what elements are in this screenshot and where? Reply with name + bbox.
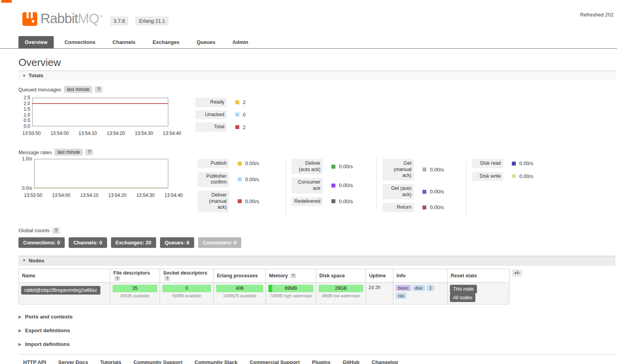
tab-overview[interactable]: Overview (18, 36, 54, 48)
y-tick-label: 1.0 (24, 112, 30, 118)
brand-text: RabbitMQ™ (40, 11, 103, 26)
message-rates-plot (34, 159, 168, 188)
collapse-arrow-icon: ▼ (22, 258, 26, 262)
legend-label: Consumer ack (291, 178, 323, 193)
zero-rate-line (35, 187, 168, 188)
help-icon[interactable]: ? (115, 276, 120, 281)
col-header-disk-space: Disk space (316, 269, 366, 282)
x-tick-label: 13:54:20 (108, 193, 127, 198)
legend-row-disk-read: Disk read 0.00/s (472, 159, 539, 168)
file-descriptors-bar: 35 (113, 285, 157, 292)
help-icon[interactable]: ? (95, 86, 102, 93)
column-toggle-button[interactable]: +/- (512, 269, 522, 277)
uptime-value: 2d 2h (368, 285, 380, 290)
section-export-definitions[interactable]: ▶ Export definitions (18, 328, 615, 333)
node-name-link[interactable]: rabbit@izbp1f6nspevrmbrg2w66ez (21, 286, 100, 295)
y-axis-labels: 2.5 2.0 1.5 1.0 0.5 0.0 (18, 95, 32, 129)
info-badge-basic: basic (396, 285, 411, 291)
get-auto-ack-swatch-icon (422, 190, 426, 194)
legend-row-publish: Publish 0.00/s (198, 159, 280, 168)
footer-link-changelog[interactable]: Changelog (372, 359, 398, 364)
redelivered-swatch-icon (331, 199, 335, 203)
get-manual-ack-swatch-icon (422, 167, 426, 171)
total-swatch-icon (235, 125, 239, 129)
footer-link-tutorials[interactable]: Tutorials (100, 359, 121, 364)
disk-read-swatch-icon (512, 162, 516, 166)
footer-link-commercial-support[interactable]: Commercial Support (249, 359, 300, 364)
legend-label: Publisher confirm (198, 172, 229, 187)
tab-queues[interactable]: Queues (190, 36, 222, 48)
message-rates-chart: 1.0/s 0.0/s 13:53:50 13:54:00 13:54:10 1… (18, 159, 183, 198)
legend-row-unacked: Unacked 0 (195, 110, 246, 120)
channels-count-badge: Channels: 0 (69, 237, 107, 248)
main-nav: Overview Connections Channels Exchanges … (0, 36, 617, 49)
legend-value: 0.00/s (245, 198, 259, 204)
section-ports-and-contexts[interactable]: ▶ Ports and contexts (18, 314, 615, 320)
file-descriptors-sub: 65535 available (113, 293, 157, 298)
tab-exchanges[interactable]: Exchanges (146, 36, 186, 48)
unacked-swatch-icon (235, 113, 239, 116)
node-name-cell: rabbit@izbp1f6nspevrmbrg2w66ez (19, 282, 110, 304)
help-icon[interactable]: ? (290, 273, 296, 278)
footer-link-community-slack[interactable]: Community Slack (195, 359, 237, 364)
legend-label: Total (195, 122, 227, 132)
col-header-file-descriptors: File descriptors ? (110, 269, 160, 282)
rabbitmq-logo: RabbitMQ™ (22, 10, 103, 27)
footer-link-plugins[interactable]: Plugins (312, 359, 330, 364)
x-tick-label: 13:54:10 (80, 193, 98, 198)
tab-admin[interactable]: Admin (226, 36, 255, 48)
socket-descriptors-bar: 0 (162, 285, 211, 292)
legend-label: Disk write (472, 172, 503, 181)
help-icon[interactable]: ? (164, 276, 170, 281)
queued-messages-plot (32, 98, 168, 126)
legend-label: Deliver (manual ack) (198, 191, 229, 212)
reset-this-node-button[interactable]: This node (450, 285, 477, 293)
legend-value: 0.00/s (339, 182, 353, 188)
y-tick-label: 1.0/s (22, 156, 32, 162)
collapse-arrow-icon: ▼ (22, 74, 26, 78)
help-icon[interactable]: ? (53, 228, 60, 234)
totals-section-header[interactable]: ▼ Totals (18, 71, 615, 80)
file-descriptors-cell: 35 65535 available (110, 282, 160, 304)
message-rates-label-row: Message rates last minute ? (18, 149, 615, 156)
footer-link-http-api[interactable]: HTTP API (23, 359, 46, 364)
legend-value: 2 (243, 99, 246, 105)
footer-link-server-docs[interactable]: Server Docs (58, 359, 88, 364)
legend-value: 0.00/s (430, 189, 444, 195)
deliver-auto-ack-swatch-icon (331, 165, 335, 169)
consumer-ack-swatch-icon (331, 184, 335, 187)
legend-row-publisher-confirm: Publisher confirm 0.00/s (198, 172, 280, 187)
legend-label: Redelivered (291, 197, 323, 206)
expand-arrow-icon: ▶ (18, 342, 22, 346)
reset-stats-cell: This node All nodes (448, 282, 510, 304)
app-header: RabbitMQ™ 3.7.8 Erlang 21.1 (22, 0, 617, 27)
col-header-erlang-processes: Erlang processes (214, 269, 266, 282)
section-import-definitions[interactable]: ▶ Import definitions (18, 341, 615, 347)
page-title: Overview (18, 56, 615, 69)
legend-value: 0.00/s (339, 164, 353, 169)
col-header-uptime: Uptime (366, 269, 393, 282)
reset-all-nodes-button[interactable]: All nodes (450, 293, 475, 302)
socket-descriptors-sub: 58889 available (162, 293, 211, 298)
consumers-count-badge: Consumers: 0 (198, 237, 242, 248)
tab-channels[interactable]: Channels (106, 36, 142, 48)
nodes-section-header[interactable]: ▼ Nodes (18, 256, 615, 266)
totals-section-title: Totals (29, 73, 43, 78)
x-tick-label: 13:54:00 (51, 131, 69, 136)
queued-messages-label-row: Queued messages last minute ? (18, 86, 615, 93)
erlang-processes-bar: 406 (216, 285, 263, 292)
tab-connections[interactable]: Connections (58, 36, 102, 48)
publish-swatch-icon (238, 162, 242, 166)
refresh-status: Refreshed 202 (580, 12, 613, 18)
period-selector[interactable]: last minute (64, 86, 92, 93)
help-icon[interactable]: ? (86, 149, 93, 155)
period-selector[interactable]: last minute (55, 149, 83, 156)
expand-arrow-icon: ▶ (18, 315, 22, 319)
exchanges-count-badge: Exchanges: 20 (111, 237, 156, 248)
footer-link-community-support[interactable]: Community Support (133, 359, 182, 364)
section-title: Import definitions (25, 341, 70, 347)
y-axis-labels: 1.0/s 0.0/s (18, 156, 34, 191)
rates-legend-column-4: Disk read 0.00/s Disk write 0.00/s (466, 159, 545, 184)
legend-row-total: Total 2 (195, 122, 246, 132)
footer-link-github[interactable]: GitHub (342, 359, 359, 364)
